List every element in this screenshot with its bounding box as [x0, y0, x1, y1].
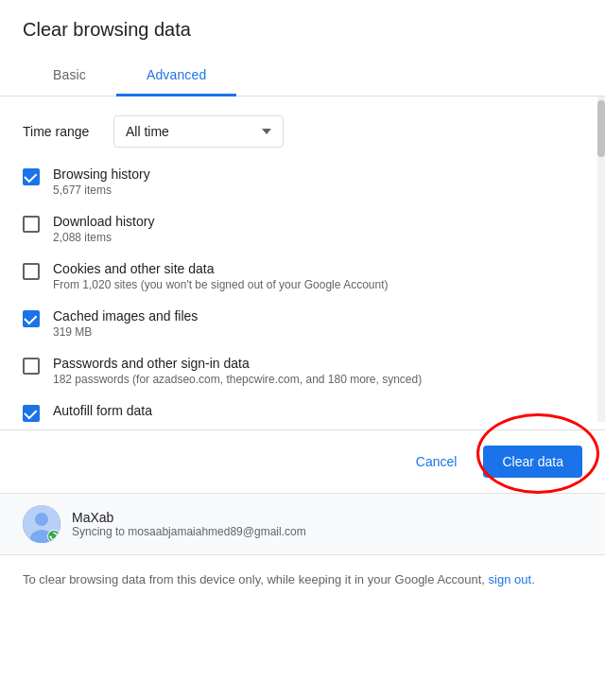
- cancel-button[interactable]: Cancel: [401, 446, 473, 477]
- content-area: Time range All time Browsing history 5,6…: [0, 96, 605, 422]
- item-title: Autofill form data: [53, 403, 567, 418]
- download-history-text: Download history 2,088 items: [53, 214, 567, 244]
- list-item: Passwords and other sign-in data 182 pas…: [23, 356, 582, 386]
- item-title: Cached images and files: [53, 308, 567, 324]
- download-history-checkbox[interactable]: [23, 216, 40, 233]
- checkbox-unchecked-icon[interactable]: [23, 263, 40, 280]
- account-info: MaXab Syncing to mosaabjamaiahmed89@gmai…: [72, 510, 582, 538]
- tabs-bar: Basic Advanced: [0, 56, 605, 96]
- passwords-checkbox[interactable]: [23, 358, 40, 375]
- clear-data-button[interactable]: Clear data: [483, 446, 582, 478]
- account-row: MaXab Syncing to mosaabjamaiahmed89@gmai…: [0, 493, 605, 554]
- account-sync-text: Syncing to mosaabjamaiahmed89@gmail.com: [72, 525, 582, 538]
- dialog-title: Clear browsing data: [0, 19, 605, 56]
- browsing-history-text: Browsing history 5,677 items: [53, 166, 567, 197]
- cached-images-checkbox[interactable]: [23, 310, 40, 327]
- item-subtitle: 182 passwords (for azadseo.com, thepcwir…: [53, 373, 567, 386]
- autofill-text: Autofill form data: [53, 403, 567, 420]
- checkbox-unchecked-icon[interactable]: [23, 216, 40, 233]
- checkbox-unchecked-icon[interactable]: [23, 358, 40, 375]
- dropdown-arrow-icon: [262, 129, 271, 134]
- account-name: MaXab: [72, 510, 582, 525]
- time-range-select[interactable]: All time: [113, 115, 284, 148]
- buttons-row: Cancel Clear data: [0, 430, 605, 493]
- checkbox-checked-icon[interactable]: [23, 168, 40, 185]
- main-content: Time range All time Browsing history 5,6…: [0, 96, 605, 422]
- cached-images-text: Cached images and files 319 MB: [53, 308, 567, 339]
- item-title: Download history: [53, 214, 567, 229]
- tab-basic[interactable]: Basic: [23, 56, 116, 96]
- browsing-history-checkbox[interactable]: [23, 168, 40, 185]
- list-item: Cookies and other site data From 1,020 s…: [23, 261, 582, 291]
- time-range-value: All time: [126, 124, 169, 139]
- sync-badge: [47, 530, 60, 543]
- list-item: Browsing history 5,677 items: [23, 166, 582, 197]
- list-item: Cached images and files 319 MB: [23, 308, 582, 339]
- list-item: Download history 2,088 items: [23, 214, 582, 244]
- tab-advanced[interactable]: Advanced: [116, 56, 236, 96]
- cookies-checkbox[interactable]: [23, 263, 40, 280]
- footer-text-before: To clear browsing data from this device …: [23, 572, 489, 586]
- sign-out-link[interactable]: sign out: [489, 572, 532, 586]
- checkbox-checked-icon[interactable]: [23, 405, 40, 422]
- passwords-text: Passwords and other sign-in data 182 pas…: [53, 356, 567, 386]
- footer-notice: To clear browsing data from this device …: [0, 554, 605, 604]
- time-range-label: Time range: [23, 124, 98, 139]
- item-title: Cookies and other site data: [53, 261, 567, 276]
- time-range-row: Time range All time: [23, 115, 582, 148]
- footer-text-after: .: [531, 572, 535, 586]
- item-title: Browsing history: [53, 166, 567, 182]
- item-title: Passwords and other sign-in data: [53, 356, 567, 371]
- cookies-text: Cookies and other site data From 1,020 s…: [53, 261, 567, 291]
- item-subtitle: 5,677 items: [53, 184, 567, 197]
- item-subtitle: 2,088 items: [53, 231, 567, 244]
- item-subtitle: From 1,020 sites (you won't be signed ou…: [53, 278, 567, 291]
- checkbox-checked-icon[interactable]: [23, 310, 40, 327]
- autofill-checkbox[interactable]: [23, 405, 40, 422]
- svg-point-1: [35, 513, 48, 526]
- avatar: [23, 505, 60, 543]
- list-item: Autofill form data: [23, 403, 582, 422]
- clear-browsing-data-dialog: Clear browsing data Basic Advanced Time …: [0, 0, 605, 604]
- item-subtitle: 319 MB: [53, 325, 567, 339]
